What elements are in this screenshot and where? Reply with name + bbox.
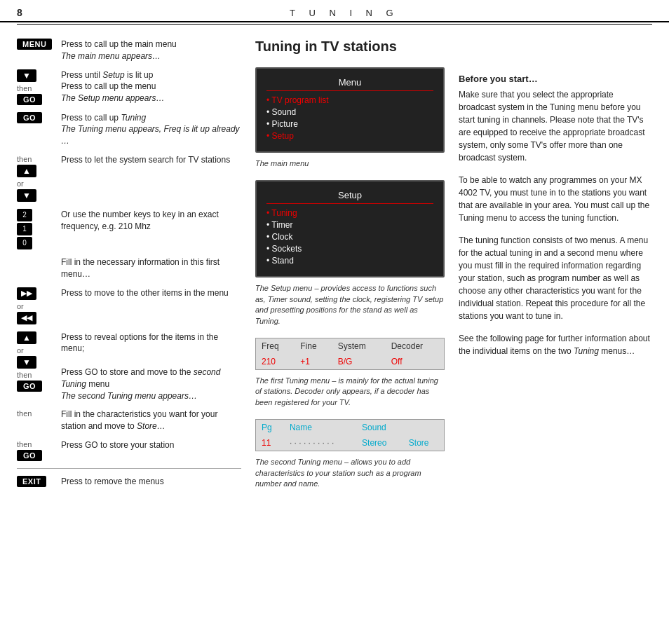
instr-tuning-text: Press to call up Tuning The Tuning menu … [61,112,241,147]
para1: To be able to watch any programmes on yo… [459,174,652,224]
instr-search: then ▲ or ▼ Press to let the system sear… [17,154,241,202]
go-store-label: Press GO to store and move to the second… [61,367,220,389]
setup-italic: The Setup menu appears… [61,93,164,103]
exit-label: Press to remove the menus [61,477,164,486]
label-or-options: or [17,346,24,355]
label-or-search: or [17,179,24,188]
tuning1-header-decoder: Decoder [386,338,444,354]
btn-1[interactable]: 1 [17,223,32,235]
btn-group-exit: EXIT [17,476,55,487]
tuning2-header-empty [403,420,444,435]
tuning-menu2-screenshot: Pg Name Sound 11 · · · · · · · · · · Ste… [255,419,445,451]
tuning2-caption: The second Tuning menu – allows you to a… [255,457,445,489]
instr-fill-text: Fill in the necessary information in thi… [61,256,241,280]
left-divider [17,468,241,469]
btn-group-tuning: GO [17,112,55,123]
btn-group-ff: ▶▶ or ◀◀ [17,287,55,324]
setup-item-stand: • Stand [266,256,433,266]
tuning1-caption: The first Tuning menu – is mainly for th… [255,376,445,408]
tuning2-val-store: Store [403,435,444,451]
arrow-up-button-2[interactable]: ▲ [17,331,36,344]
btn-group-store: then GO [17,439,55,461]
arrow-down-button-2[interactable]: ▼ [17,189,36,202]
tuning2-header-name: Name [284,420,356,435]
go-button-tuning[interactable]: GO [17,112,42,123]
label-or-ff: or [17,302,24,310]
btn-2[interactable]: 2 [17,209,32,221]
btn-group-setup: ▼ then GO [17,69,55,105]
setup-go-label: Press to call up the menu [61,81,156,91]
menu-italic: The main menu appears… [61,51,161,61]
instr-ff-text: Press to move to the other items in the … [61,287,241,299]
instr-ff-rew: ▶▶ or ◀◀ Press to move to the other item… [17,287,241,324]
page-header: 8 T U N I N G [0,0,669,22]
tuning1-val-freq: 210 [256,354,295,369]
label-then-setup: then [17,84,32,93]
tuning1-val-system: B/G [332,354,386,369]
instr-char-text: Fill in the characteristics you want for… [61,409,241,432]
btn-0[interactable]: 0 [17,237,32,249]
instr-store: then GO Press GO to store your station [17,439,241,461]
btn-group-numbers: 2 1 0 [17,209,55,249]
tuning2-val-pg: 11 [256,435,284,451]
label-then-options: then [17,371,32,379]
arrow-up-button[interactable]: ▲ [17,165,36,177]
setup-menu-title: Setup [266,190,433,204]
tuning2-header-sound: Sound [356,420,403,435]
label-then-search: then [17,155,32,163]
arrow-down-button-3[interactable]: ▼ [17,356,36,369]
second-tuning-italic: The second Tuning menu appears… [61,391,197,401]
tuning1-val-fine: +1 [295,354,332,369]
tuning2-val-name: · · · · · · · · · · [284,435,356,451]
instr-menu: MENU Press to call up the main menu The … [17,39,241,62]
main-menu-title: Menu [266,77,433,91]
char-label: Fill in the characteristics you want for… [61,409,217,431]
para2: The tuning function consists of two menu… [459,234,652,322]
go-button-setup[interactable]: GO [17,94,42,105]
menu-item-picture: • Picture [266,119,433,129]
tuning-menu1-screenshot: Freq Fine System Decoder 210 +1 B/G Off [255,338,445,370]
search-label: Press to let the system search for TV st… [61,155,230,165]
instr-numbers: 2 1 0 Or use the number keys to key in a… [17,209,241,249]
main-menu-caption: The main menu [255,158,445,169]
ff-button[interactable]: ▶▶ [17,287,36,300]
tuning-label: Press to call up Tuning [61,113,146,123]
before-text: Make sure that you select the appropriat… [459,88,652,164]
instr-exit-text: Press to remove the menus [61,476,241,488]
center-screenshots: Tuning in TV stations Menu • TV program … [248,39,452,500]
rew-button[interactable]: ◀◀ [17,312,36,324]
go-button-options[interactable]: GO [17,381,42,392]
left-instructions: MENU Press to call up the main menu The … [17,39,248,500]
menu-button[interactable]: MENU [17,39,52,50]
instr-menu-text: Press to call up the main menu The main … [61,39,241,62]
tuning-italic: The Tuning menu appears, Freq is lit up … [61,124,240,146]
main-menu-screenshot: Menu • TV program list • Sound • Picture… [255,67,445,153]
right-description: Before you start… Make sure that you sel… [452,39,652,500]
setup-item-tuning: • Tuning [266,208,433,218]
btn-group-search: then ▲ or ▼ [17,154,55,202]
section-heading: Tuning in TV stations [255,39,445,55]
numbers-label: Or use the number keys to key in an exac… [61,210,219,231]
tuning2-header-pg: Pg [256,420,284,435]
instr-fill: Fill in the necessary information in thi… [17,256,241,280]
btn-group-char: then [17,409,55,418]
tuning1-header-freq: Freq [256,338,295,354]
store-label: Press GO to store your station [61,440,174,450]
main-content: MENU Press to call up the main menu The … [0,25,669,514]
instr-store-text: Press GO to store your station [61,439,241,451]
btn-group-options: ▲ or ▼ then GO [17,331,55,392]
instr-exit: EXIT Press to remove the menus [17,476,241,488]
fill-label: Fill in the necessary information in thi… [61,257,219,279]
arrow-down-button[interactable]: ▼ [17,69,36,82]
setup-menu-caption: The Setup menu – provides access to func… [255,283,445,327]
ff-label: Press to move to the other items in the … [61,288,229,298]
go-button-store[interactable]: GO [17,450,42,461]
instr-setup: ▼ then GO Press until Setup is lit up Pr… [17,69,241,105]
tuning1-header-fine: Fine [295,338,332,354]
instr-options: ▲ or ▼ then GO Press to reveal options f… [17,331,241,402]
setup-item-clock: • Clock [266,232,433,242]
menu-item-sound: • Sound [266,107,433,117]
page-number: 8 [17,7,22,18]
instr-search-text: Press to let the system search for TV st… [61,154,241,166]
exit-button[interactable]: EXIT [17,476,46,487]
